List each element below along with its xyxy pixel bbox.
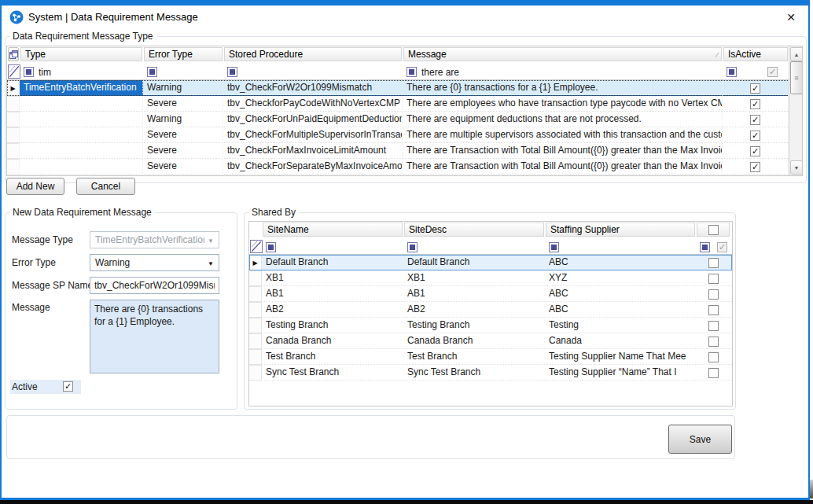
table-row[interactable]: Warningtbv_CheckForUnPaidEquipmentDeduct…: [7, 112, 802, 127]
isactive-checkbox[interactable]: ✓: [750, 146, 760, 156]
row-selector[interactable]: [7, 143, 20, 159]
clear-filter-icon: [252, 241, 261, 252]
filter-icon[interactable]: [407, 242, 418, 252]
column-header-select-all[interactable]: [697, 223, 730, 237]
row-select-checkbox[interactable]: [708, 368, 719, 378]
sp-name-input[interactable]: [90, 277, 219, 294]
cell-sitename: AB2: [262, 302, 403, 318]
field-chooser-button[interactable]: [8, 47, 19, 61]
row-selector[interactable]: [7, 96, 20, 112]
add-new-button[interactable]: Add New: [6, 178, 64, 195]
cell-error-type: Severe: [143, 159, 223, 175]
row-selector[interactable]: [249, 286, 262, 302]
column-header-sitename[interactable]: SiteName: [263, 223, 403, 237]
table-row[interactable]: ▶Default BranchDefault BranchABC: [249, 255, 732, 270]
select-all-checkbox[interactable]: [708, 225, 719, 235]
cell-error-type: Severe: [143, 96, 223, 112]
row-selector[interactable]: [249, 349, 262, 365]
vertical-scrollbar[interactable]: ▲ ≡ ▼: [789, 46, 802, 175]
select-filter-checkbox[interactable]: ✓: [717, 242, 727, 252]
filter-cell-message[interactable]: there are: [403, 64, 723, 80]
row-select-checkbox[interactable]: [708, 352, 719, 362]
isactive-filter-checkbox[interactable]: ✓: [767, 67, 778, 77]
row-selector[interactable]: [7, 127, 20, 143]
row-selector[interactable]: [249, 318, 262, 333]
filter-icon[interactable]: [406, 67, 417, 77]
table-row[interactable]: Canada BranchCanada BranchCanada: [249, 333, 732, 349]
row-selector[interactable]: ▶: [249, 255, 262, 270]
scrollbar-thumb[interactable]: ≡: [790, 61, 803, 94]
table-row[interactable]: ▶TimeEntryBatchVerificationWarningtbv_Ch…: [7, 80, 802, 96]
row-selector[interactable]: [249, 270, 262, 286]
filter-cell-staffing-supplier[interactable]: [545, 239, 696, 255]
filter-icon[interactable]: [266, 242, 276, 252]
filter-icon[interactable]: [700, 242, 710, 252]
close-icon[interactable]: ✕: [783, 9, 799, 25]
clear-filter-button[interactable]: [250, 240, 263, 253]
message-type-combo[interactable]: TimeEntryBatchVerification ▼: [90, 231, 219, 248]
scroll-up-button[interactable]: ▲: [790, 47, 803, 61]
table-row[interactable]: Severetbv_CheckForSeparateByMaxInvoiceAm…: [7, 159, 802, 175]
filter-cell-sitedesc[interactable]: [403, 239, 545, 255]
save-button[interactable]: Save: [668, 425, 732, 454]
active-checkbox[interactable]: ✓: [63, 381, 73, 392]
cell-sitename: AB1: [262, 286, 403, 302]
column-header-stored-procedure[interactable]: Stored Procedure: [224, 47, 402, 61]
column-header-message[interactable]: Message ∕: [403, 47, 722, 61]
filter-cell-error-type[interactable]: [143, 64, 223, 80]
filter-icon[interactable]: [24, 67, 34, 77]
cell-isactive: ✓: [723, 127, 789, 143]
table-row[interactable]: Sync Test BranchSync Test BranchTesting …: [249, 365, 732, 381]
isactive-checkbox[interactable]: ✓: [750, 162, 760, 172]
cancel-button[interactable]: Cancel: [76, 178, 135, 195]
table-row[interactable]: Severetbv_CheckForMaxInvoiceLimitAmountT…: [7, 143, 802, 159]
filter-cell-sitename[interactable]: [262, 239, 403, 255]
table-row[interactable]: XB1XB1XYZ: [249, 270, 732, 286]
row-select-checkbox[interactable]: [708, 337, 719, 347]
table-row[interactable]: AB1AB1ABC: [249, 286, 732, 302]
row-select-checkbox[interactable]: [708, 321, 719, 331]
table-row[interactable]: Severetbv_CheckforPayCodeWithNoVertexCMP…: [7, 96, 802, 112]
table-row[interactable]: Test BranchTest BranchTesting Supplier N…: [249, 349, 732, 365]
row-select-checkbox[interactable]: [708, 258, 719, 268]
row-selector[interactable]: [7, 159, 20, 175]
row-selector[interactable]: [249, 302, 262, 318]
row-selector[interactable]: ▶: [7, 80, 20, 96]
table-row[interactable]: AB2AB2ABC: [249, 302, 732, 318]
filter-cell-isactive[interactable]: ✓: [723, 64, 789, 80]
column-header-staffing-supplier[interactable]: Staffing Supplier: [546, 223, 695, 237]
isactive-checkbox[interactable]: ✓: [750, 131, 760, 141]
isactive-checkbox[interactable]: ✓: [750, 115, 760, 125]
filter-icon[interactable]: [727, 67, 737, 77]
error-type-combo[interactable]: Warning ▼: [90, 254, 219, 271]
clear-filter-button[interactable]: [8, 64, 20, 79]
cell-select: [696, 318, 730, 333]
filter-icon[interactable]: [549, 242, 559, 252]
scroll-down-button[interactable]: ▼: [790, 160, 803, 175]
row-select-checkbox[interactable]: [708, 289, 719, 300]
cell-select: [696, 365, 730, 381]
column-header-type[interactable]: Type: [20, 47, 142, 61]
row-selector[interactable]: [249, 365, 262, 381]
row-selector[interactable]: [7, 112, 20, 127]
table-row[interactable]: Testing BranchTesting BranchTesting: [249, 318, 732, 333]
cell-type: [20, 112, 143, 127]
filter-icon[interactable]: [227, 67, 237, 77]
column-header-sitedesc[interactable]: SiteDesc: [404, 223, 544, 237]
column-header-isactive[interactable]: IsActive: [723, 47, 788, 61]
cell-sitename: Test Branch: [262, 349, 403, 365]
row-select-checkbox[interactable]: [708, 274, 719, 284]
scroll-down-icon: ▼: [794, 165, 800, 171]
isactive-checkbox[interactable]: ✓: [750, 99, 760, 109]
filter-icon[interactable]: [147, 67, 157, 77]
row-select-checkbox[interactable]: [708, 305, 719, 315]
table-row[interactable]: Severetbv_CheckForMultipleSupervisorInTr…: [7, 127, 802, 143]
message-textarea[interactable]: There are {0} transactions for a {1} Emp…: [90, 300, 219, 373]
isactive-checkbox[interactable]: ✓: [750, 83, 760, 94]
filter-cell-stored-procedure[interactable]: [223, 64, 403, 80]
column-header-error-type[interactable]: Error Type: [144, 47, 223, 61]
title-bar: System | Data Requirement Message ✕: [2, 6, 808, 31]
row-selector[interactable]: [249, 333, 262, 349]
filter-cell-type[interactable]: tim: [20, 64, 143, 80]
filter-cell-select[interactable]: ✓: [696, 239, 730, 255]
